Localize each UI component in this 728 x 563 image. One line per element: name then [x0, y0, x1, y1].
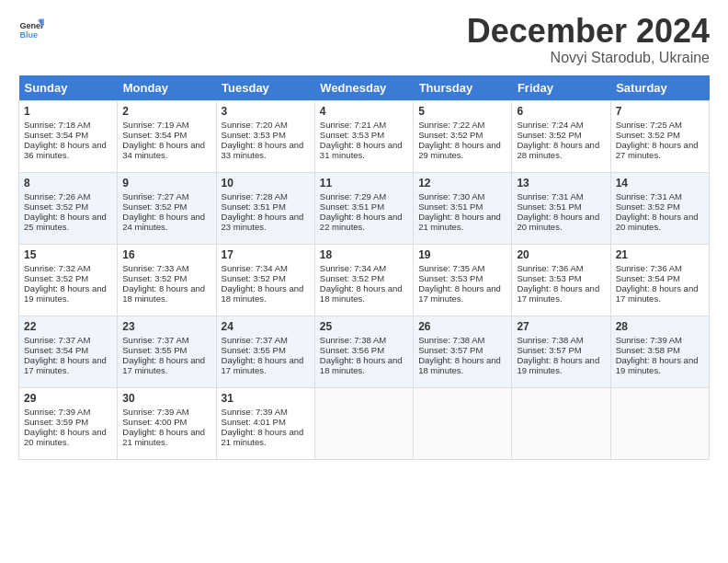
- day-number: 5: [418, 105, 506, 118]
- daylight-text: Daylight: 8 hours and 31 minutes.: [320, 140, 403, 160]
- sunrise-text: Sunrise: 7:38 AM: [320, 335, 386, 345]
- sunset-text: Sunset: 3:53 PM: [517, 273, 581, 283]
- sunset-text: Sunset: 3:56 PM: [320, 345, 384, 355]
- daylight-text: Daylight: 8 hours and 19 minutes.: [24, 283, 107, 304]
- day-number: 14: [616, 177, 704, 190]
- sunrise-text: Sunrise: 7:24 AM: [517, 120, 583, 130]
- daylight-text: Daylight: 8 hours and 21 minutes.: [122, 427, 205, 447]
- sunrise-text: Sunrise: 7:39 AM: [222, 407, 288, 417]
- sunrise-text: Sunrise: 7:39 AM: [122, 407, 188, 417]
- daylight-text: Daylight: 8 hours and 25 minutes.: [24, 212, 107, 232]
- sunset-text: Sunset: 3:52 PM: [222, 273, 286, 283]
- sunset-text: Sunset: 3:57 PM: [517, 345, 581, 355]
- day-number: 23: [122, 320, 210, 333]
- sunset-text: Sunset: 3:52 PM: [320, 273, 384, 283]
- day-cell: [314, 388, 413, 460]
- sunset-text: Sunset: 3:52 PM: [24, 273, 88, 283]
- day-cell: [414, 388, 512, 460]
- day-cell: 2Sunrise: 7:19 AMSunset: 3:54 PMDaylight…: [118, 101, 216, 173]
- day-cell: 4Sunrise: 7:21 AMSunset: 3:53 PMDaylight…: [314, 101, 413, 173]
- day-number: 18: [320, 248, 408, 261]
- day-cell: 5Sunrise: 7:22 AMSunset: 3:52 PMDaylight…: [414, 101, 512, 173]
- day-number: 27: [517, 320, 605, 333]
- sunrise-text: Sunrise: 7:33 AM: [122, 263, 188, 273]
- month-title: December 2024: [467, 15, 710, 48]
- day-cell: 1Sunrise: 7:18 AMSunset: 3:54 PMDaylight…: [19, 101, 118, 173]
- daylight-text: Daylight: 8 hours and 17 minutes.: [418, 283, 501, 304]
- day-cell: 13Sunrise: 7:31 AMSunset: 3:51 PMDayligh…: [512, 173, 610, 245]
- daylight-text: Daylight: 8 hours and 19 minutes.: [616, 355, 699, 375]
- week-row-3: 15Sunrise: 7:32 AMSunset: 3:52 PMDayligh…: [19, 245, 710, 316]
- sunset-text: Sunset: 3:54 PM: [24, 345, 88, 355]
- sunrise-text: Sunrise: 7:37 AM: [24, 335, 90, 345]
- day-cell: 8Sunrise: 7:26 AMSunset: 3:52 PMDaylight…: [19, 173, 118, 245]
- daylight-text: Daylight: 8 hours and 29 minutes.: [418, 140, 501, 160]
- day-cell: 28Sunrise: 7:39 AMSunset: 3:58 PMDayligh…: [610, 316, 709, 388]
- sunrise-text: Sunrise: 7:21 AM: [320, 120, 386, 130]
- day-cell: 11Sunrise: 7:29 AMSunset: 3:51 PMDayligh…: [314, 173, 413, 245]
- day-number: 29: [24, 392, 112, 405]
- day-number: 24: [222, 320, 310, 333]
- day-number: 12: [418, 177, 506, 190]
- daylight-text: Daylight: 8 hours and 17 minutes.: [24, 355, 107, 375]
- sunrise-text: Sunrise: 7:38 AM: [418, 335, 484, 345]
- day-number: 11: [320, 177, 408, 190]
- sunrise-text: Sunrise: 7:20 AM: [222, 120, 288, 130]
- sunset-text: Sunset: 3:54 PM: [24, 130, 88, 140]
- day-cell: 23Sunrise: 7:37 AMSunset: 3:55 PMDayligh…: [118, 316, 216, 388]
- col-header-wednesday: Wednesday: [314, 75, 413, 101]
- day-cell: 31Sunrise: 7:39 AMSunset: 4:01 PMDayligh…: [216, 388, 314, 460]
- week-row-1: 1Sunrise: 7:18 AMSunset: 3:54 PMDaylight…: [19, 101, 710, 173]
- day-number: 21: [616, 248, 704, 261]
- sunset-text: Sunset: 3:52 PM: [616, 130, 680, 140]
- day-cell: 24Sunrise: 7:37 AMSunset: 3:55 PMDayligh…: [216, 316, 314, 388]
- sunset-text: Sunset: 3:51 PM: [320, 201, 384, 212]
- day-number: 30: [122, 392, 210, 405]
- title-block: December 2024 Novyi Starodub, Ukraine: [467, 15, 710, 66]
- day-number: 8: [24, 177, 112, 190]
- daylight-text: Daylight: 8 hours and 20 minutes.: [517, 212, 599, 232]
- header-row: SundayMondayTuesdayWednesdayThursdayFrid…: [19, 75, 710, 101]
- daylight-text: Daylight: 8 hours and 18 minutes.: [222, 283, 304, 304]
- day-cell: 25Sunrise: 7:38 AMSunset: 3:56 PMDayligh…: [314, 316, 413, 388]
- sunset-text: Sunset: 3:59 PM: [24, 417, 88, 427]
- day-number: 20: [517, 248, 605, 261]
- day-cell: [512, 388, 610, 460]
- day-cell: 15Sunrise: 7:32 AMSunset: 3:52 PMDayligh…: [19, 245, 118, 316]
- sunset-text: Sunset: 3:53 PM: [418, 273, 483, 283]
- day-cell: 9Sunrise: 7:27 AMSunset: 3:52 PMDaylight…: [118, 173, 216, 245]
- daylight-text: Daylight: 8 hours and 23 minutes.: [222, 212, 304, 232]
- sunrise-text: Sunrise: 7:32 AM: [24, 263, 90, 273]
- day-cell: 20Sunrise: 7:36 AMSunset: 3:53 PMDayligh…: [512, 245, 610, 316]
- sunset-text: Sunset: 3:52 PM: [517, 130, 581, 140]
- daylight-text: Daylight: 8 hours and 33 minutes.: [222, 140, 304, 160]
- daylight-text: Daylight: 8 hours and 18 minutes.: [320, 283, 403, 304]
- sunset-text: Sunset: 3:51 PM: [517, 201, 581, 212]
- day-number: 16: [122, 248, 210, 261]
- day-number: 2: [122, 105, 210, 118]
- day-number: 1: [24, 105, 112, 118]
- col-header-thursday: Thursday: [414, 75, 512, 101]
- day-number: 10: [222, 177, 310, 190]
- day-number: 25: [320, 320, 408, 333]
- sunrise-text: Sunrise: 7:18 AM: [24, 120, 90, 130]
- sunset-text: Sunset: 3:52 PM: [616, 201, 680, 212]
- sunrise-text: Sunrise: 7:36 AM: [616, 263, 682, 273]
- day-number: 3: [222, 105, 310, 118]
- daylight-text: Daylight: 8 hours and 18 minutes.: [122, 283, 205, 304]
- daylight-text: Daylight: 8 hours and 17 minutes.: [122, 355, 205, 375]
- day-number: 7: [616, 105, 704, 118]
- sunset-text: Sunset: 4:00 PM: [122, 417, 187, 427]
- sunset-text: Sunset: 3:57 PM: [418, 345, 483, 355]
- day-number: 19: [418, 248, 506, 261]
- day-cell: 17Sunrise: 7:34 AMSunset: 3:52 PMDayligh…: [216, 245, 314, 316]
- day-number: 17: [222, 248, 310, 261]
- day-cell: 27Sunrise: 7:38 AMSunset: 3:57 PMDayligh…: [512, 316, 610, 388]
- day-number: 15: [24, 248, 112, 261]
- sunset-text: Sunset: 3:52 PM: [24, 201, 88, 212]
- daylight-text: Daylight: 8 hours and 17 minutes.: [517, 283, 599, 304]
- daylight-text: Daylight: 8 hours and 19 minutes.: [517, 355, 599, 375]
- sunset-text: Sunset: 3:51 PM: [418, 201, 483, 212]
- sunset-text: Sunset: 3:54 PM: [616, 273, 680, 283]
- logo-icon: General Blue: [18, 15, 44, 40]
